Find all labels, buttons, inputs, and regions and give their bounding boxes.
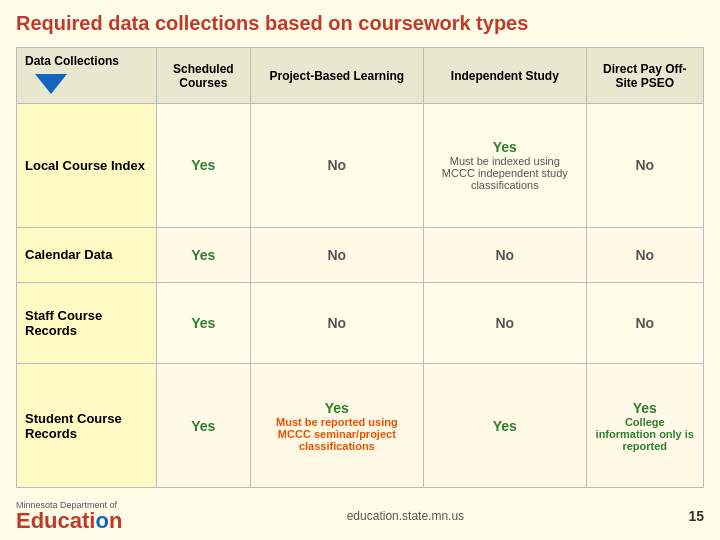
cell-lci-directpay: No <box>586 104 703 228</box>
data-table: Data Collections Scheduled Courses Proje… <box>16 47 704 488</box>
col-header-project: Project-Based Learning <box>250 48 423 104</box>
arrow-down-icon <box>35 74 67 94</box>
cell-staff-directpay: No <box>586 282 703 364</box>
row-local-course-index: Local Course Index <box>17 104 157 228</box>
page-container: Required data collections based on cours… <box>0 0 720 540</box>
cell-cal-scheduled: Yes <box>157 227 251 282</box>
cell-student-scheduled: Yes <box>157 364 251 488</box>
cell-cal-project: No <box>250 227 423 282</box>
cell-cal-directpay: No <box>586 227 703 282</box>
page-title: Required data collections based on cours… <box>16 12 704 35</box>
page-number: 15 <box>688 508 704 524</box>
col-header-data-collections: Data Collections <box>17 48 157 104</box>
table-row: Local Course Index Yes No Yes Must be in… <box>17 104 704 228</box>
edu-logo: Education <box>16 510 122 532</box>
cell-lci-scheduled: Yes <box>157 104 251 228</box>
cell-lci-independent: Yes Must be indexed using MCCC independe… <box>424 104 587 228</box>
table-row: Staff Course Records Yes No No No <box>17 282 704 364</box>
row-student-course: Student Course Records <box>17 364 157 488</box>
cell-staff-scheduled: Yes <box>157 282 251 364</box>
cell-lci-project: No <box>250 104 423 228</box>
row-staff-course: Staff Course Records <box>17 282 157 364</box>
cell-cal-independent: No <box>424 227 587 282</box>
table-row: Calendar Data Yes No No No <box>17 227 704 282</box>
page-footer: Minnesota Department of Education educat… <box>16 496 704 532</box>
col-header-scheduled: Scheduled Courses <box>157 48 251 104</box>
footer-logo: Minnesota Department of Education <box>16 500 122 532</box>
row-calendar-data: Calendar Data <box>17 227 157 282</box>
cell-student-project: Yes Must be reported using MCCC seminar/… <box>250 364 423 488</box>
col-header-independent: Independent Study <box>424 48 587 104</box>
cell-staff-project: No <box>250 282 423 364</box>
cell-student-independent: Yes <box>424 364 587 488</box>
cell-student-directpay: Yes College information only is reported <box>586 364 703 488</box>
table-row: Student Course Records Yes Yes Must be r… <box>17 364 704 488</box>
footer-url: education.state.mn.us <box>347 509 464 523</box>
col-header-directpay: Direct Pay Off-Site PSEO <box>586 48 703 104</box>
cell-staff-independent: No <box>424 282 587 364</box>
